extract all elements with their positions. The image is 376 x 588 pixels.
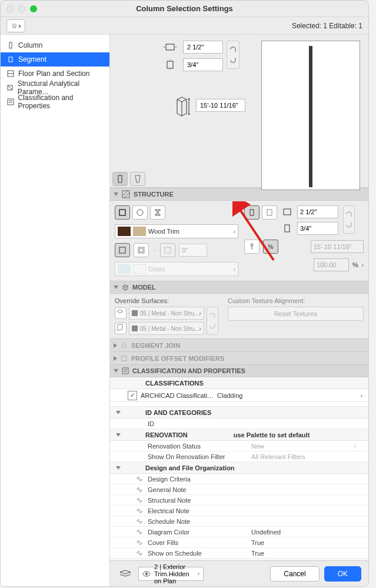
sidebar-item-label: Segment (18, 55, 46, 64)
sidebar-item-label: Column (18, 41, 42, 49)
sidebar: Column Segment Floor Plan and Section St… (1, 35, 110, 586)
classification-row[interactable]: ✓ ARCHICAD Classification -... Cladding … (110, 389, 368, 402)
building-material-select[interactable]: Wood Trim › (115, 224, 238, 238)
edit-icon: I (354, 443, 368, 450)
segment-join-header[interactable]: SEGMENT JOIN (110, 338, 368, 351)
design-org-subheader[interactable]: Design and File Organization (110, 462, 368, 474)
sidebar-item-segment[interactable]: Segment (1, 52, 109, 67)
svg-rect-0 (9, 42, 12, 48)
general-ratings-subheader[interactable]: General Ratings (110, 559, 368, 560)
percent-label: % (352, 261, 358, 268)
checkbox-icon[interactable]: ✓ (128, 391, 137, 400)
model-body: Override Surfaces: 05 | Metal - Non Stru… (110, 294, 368, 338)
link-icon (134, 519, 145, 524)
sidebar-item-floorplan[interactable]: Floor Plan and Section (1, 67, 109, 81)
property-row[interactable]: Show On Renovation Filter All Relevant F… (110, 451, 368, 462)
content-scroll[interactable]: STRUCTURE Wood Trim › (110, 188, 368, 560)
ok-button[interactable]: OK (324, 566, 361, 582)
floorplan-icon (6, 69, 15, 78)
glass-material-select[interactable]: Glass › (115, 262, 238, 276)
tab-tapered-segment[interactable] (130, 172, 145, 186)
shape-rect-button[interactable] (115, 205, 130, 220)
chevron-down-icon (116, 466, 121, 470)
structure-body: Wood Trim › › Gl (110, 201, 368, 281)
structural-icon (6, 84, 14, 92)
chevron-right-icon[interactable]: › (354, 392, 368, 399)
property-row[interactable]: Schedule Note (110, 516, 368, 527)
height-input[interactable] (196, 99, 245, 112)
property-row[interactable]: Design Criteria (110, 474, 368, 484)
layer-select[interactable]: 2 | Exterior Trim.Hidden on Plan › (138, 567, 204, 581)
svg-rect-17 (122, 191, 129, 198)
section-title: CLASSIFICATION AND PROPERTIES (132, 367, 245, 374)
reset-textures-button[interactable]: Reset Textures (228, 307, 364, 321)
chevron-right-icon: › (234, 228, 235, 235)
property-row[interactable]: Electrical Note (110, 506, 368, 516)
model-header[interactable]: MODEL (110, 281, 368, 294)
property-row[interactable]: Diagram ColorUndefined (110, 527, 368, 537)
sidebar-item-column[interactable]: Column (1, 38, 109, 52)
width-icon (163, 41, 179, 53)
depth-input[interactable] (183, 58, 223, 71)
veneer-finish-button[interactable] (160, 243, 175, 257)
veneer-thickness-input[interactable] (179, 244, 207, 257)
renovation-subheader[interactable]: RENOVATION use Palette to set default (110, 429, 368, 441)
preview-3d[interactable] (261, 41, 360, 190)
surface-top-select[interactable]: 05 | Metal - Non Stru...› (129, 307, 204, 320)
end-type-button[interactable] (244, 205, 259, 220)
anchor-button[interactable] (244, 240, 259, 254)
surface-lock[interactable] (207, 307, 218, 335)
property-row-id[interactable]: ID (110, 418, 368, 429)
veneer-none-button[interactable] (115, 243, 130, 257)
percent-button[interactable]: % (263, 240, 278, 254)
material-swatch (118, 264, 131, 274)
sidebar-item-structural[interactable]: Structural Analytical Parame... (1, 81, 109, 95)
link-icon (134, 497, 145, 503)
classification-header[interactable]: CLASSIFICATION AND PROPERTIES (110, 364, 368, 377)
property-row[interactable]: Show on ScheduleTrue (110, 548, 368, 559)
chevron-right-icon: › (154, 247, 155, 254)
star-icon: ☆ (11, 22, 18, 30)
profile-offset-header[interactable]: PROFILE OFFSET MODIFIERS (110, 351, 368, 364)
svg-rect-33 (122, 368, 128, 374)
property-row[interactable]: Structural Note (110, 495, 368, 506)
cancel-button[interactable]: Cancel (270, 566, 319, 582)
shape-circle-button[interactable] (132, 205, 148, 220)
renovation-hint: use Palette to set default (234, 431, 310, 438)
svg-rect-16 (118, 175, 122, 182)
struct-depth-input[interactable] (297, 222, 338, 235)
svg-point-21 (137, 210, 143, 215)
property-row[interactable]: Cover FillsTrue (110, 537, 368, 548)
classification-label: ARCHICAD Classification -... (141, 392, 217, 399)
section-title: STRUCTURE (134, 191, 174, 198)
width-input[interactable] (183, 41, 223, 54)
dimension-lock[interactable] (227, 41, 239, 69)
svg-rect-26 (250, 210, 254, 215)
favorites-button[interactable]: ☆ › (6, 19, 25, 32)
surface-top-icon[interactable] (115, 307, 127, 319)
sidebar-item-classification[interactable]: Classification and Properties (1, 95, 109, 109)
struct-width-input[interactable] (297, 205, 338, 218)
link-icon (134, 529, 145, 535)
property-row[interactable]: Renovation Status New I (110, 441, 368, 451)
chevron-right-icon (114, 356, 117, 361)
depth-icon (282, 224, 294, 233)
titlebar: Column Selection Settings (1, 1, 368, 17)
hatch-icon (122, 190, 130, 198)
end-type-alt-button[interactable] (262, 205, 277, 220)
column-preview (309, 46, 312, 187)
surface-side-icon[interactable] (115, 323, 127, 334)
join-icon (121, 342, 128, 349)
property-row[interactable]: General Note (110, 484, 368, 495)
surface-side-select[interactable]: 05 | Metal - Non Stru...› (129, 322, 204, 335)
struct-dim-lock[interactable] (343, 205, 355, 234)
material-swatch2 (133, 227, 146, 236)
chevron-down-icon (114, 285, 118, 289)
veneer-core-button[interactable] (134, 243, 149, 257)
id-categories-subheader[interactable]: ID AND CATEGORIES (110, 407, 368, 418)
tab-solid-segment[interactable] (112, 172, 128, 186)
link-icon (134, 508, 145, 514)
shape-profile-button[interactable] (150, 205, 165, 220)
cube-icon (122, 284, 129, 291)
svg-rect-9 (166, 44, 174, 50)
